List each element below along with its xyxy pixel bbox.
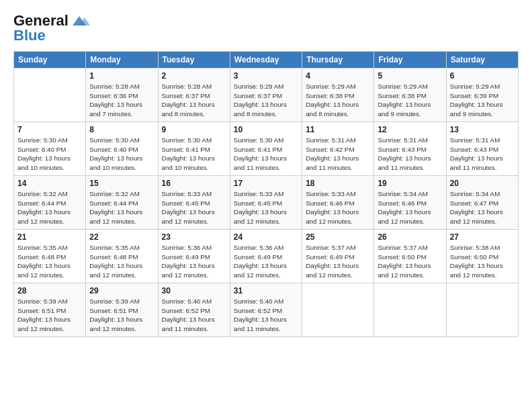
day-number: 16 — [162, 179, 226, 188]
day-cell — [14, 68, 86, 122]
day-cell: 29Sunrise: 5:39 AM Sunset: 6:51 PM Dayli… — [86, 283, 158, 337]
day-cell: 26Sunrise: 5:37 AM Sunset: 6:50 PM Dayli… — [374, 230, 446, 283]
day-cell: 20Sunrise: 5:34 AM Sunset: 6:47 PM Dayli… — [446, 176, 518, 230]
day-number: 29 — [89, 286, 154, 295]
day-cell: 22Sunrise: 5:35 AM Sunset: 6:48 PM Dayli… — [86, 230, 158, 283]
day-info: Sunrise: 5:30 AM Sunset: 6:40 PM Dayligh… — [89, 136, 154, 173]
day-cell: 17Sunrise: 5:33 AM Sunset: 6:45 PM Dayli… — [230, 176, 302, 230]
day-cell: 15Sunrise: 5:32 AM Sunset: 6:44 PM Dayli… — [86, 176, 158, 230]
day-number: 14 — [17, 179, 82, 188]
day-info: Sunrise: 5:37 AM Sunset: 6:50 PM Dayligh… — [378, 243, 442, 280]
day-info: Sunrise: 5:32 AM Sunset: 6:44 PM Dayligh… — [17, 189, 82, 226]
day-number: 15 — [89, 179, 154, 188]
day-number: 10 — [234, 125, 298, 134]
day-number: 12 — [378, 125, 442, 134]
header-sunday: Sunday — [14, 52, 86, 68]
day-cell: 21Sunrise: 5:35 AM Sunset: 6:48 PM Dayli… — [14, 230, 86, 283]
day-cell: 8Sunrise: 5:30 AM Sunset: 6:40 PM Daylig… — [86, 122, 158, 176]
day-cell: 5Sunrise: 5:29 AM Sunset: 6:38 PM Daylig… — [374, 68, 446, 122]
day-cell: 30Sunrise: 5:40 AM Sunset: 6:52 PM Dayli… — [158, 283, 230, 337]
day-number: 26 — [378, 232, 442, 242]
day-cell: 16Sunrise: 5:33 AM Sunset: 6:45 PM Dayli… — [158, 176, 230, 230]
day-number: 9 — [162, 125, 226, 134]
day-cell: 23Sunrise: 5:36 AM Sunset: 6:49 PM Dayli… — [158, 230, 230, 283]
calendar: SundayMondayTuesdayWednesdayThursdayFrid… — [13, 51, 519, 337]
day-number: 24 — [234, 232, 298, 242]
day-number: 18 — [306, 179, 370, 188]
day-cell — [446, 283, 518, 337]
week-row-2: 14Sunrise: 5:32 AM Sunset: 6:44 PM Dayli… — [14, 176, 519, 230]
day-number: 1 — [89, 71, 154, 81]
day-number: 21 — [17, 232, 82, 242]
day-info: Sunrise: 5:28 AM Sunset: 6:36 PM Dayligh… — [89, 82, 154, 119]
day-cell: 12Sunrise: 5:31 AM Sunset: 6:43 PM Dayli… — [374, 122, 446, 176]
day-number: 23 — [162, 232, 226, 242]
day-number: 30 — [162, 286, 226, 295]
day-info: Sunrise: 5:39 AM Sunset: 6:51 PM Dayligh… — [17, 297, 82, 334]
day-cell — [374, 283, 446, 337]
day-number: 31 — [234, 286, 298, 295]
day-info: Sunrise: 5:30 AM Sunset: 6:41 PM Dayligh… — [234, 136, 298, 173]
day-number: 25 — [306, 232, 370, 242]
day-cell: 27Sunrise: 5:38 AM Sunset: 6:50 PM Dayli… — [446, 230, 518, 283]
header-monday: Monday — [86, 52, 158, 68]
day-info: Sunrise: 5:29 AM Sunset: 6:38 PM Dayligh… — [378, 82, 442, 119]
day-info: Sunrise: 5:29 AM Sunset: 6:38 PM Dayligh… — [306, 82, 370, 119]
day-info: Sunrise: 5:34 AM Sunset: 6:46 PM Dayligh… — [378, 189, 442, 226]
week-row-3: 21Sunrise: 5:35 AM Sunset: 6:48 PM Dayli… — [14, 230, 519, 283]
week-row-1: 7Sunrise: 5:30 AM Sunset: 6:40 PM Daylig… — [14, 122, 519, 176]
day-cell: 31Sunrise: 5:40 AM Sunset: 6:52 PM Dayli… — [230, 283, 302, 337]
day-cell — [302, 283, 374, 337]
day-info: Sunrise: 5:36 AM Sunset: 6:49 PM Dayligh… — [234, 243, 298, 280]
day-cell: 1Sunrise: 5:28 AM Sunset: 6:36 PM Daylig… — [86, 68, 158, 122]
day-number: 20 — [450, 179, 515, 188]
day-cell: 19Sunrise: 5:34 AM Sunset: 6:46 PM Dayli… — [374, 176, 446, 230]
day-cell: 25Sunrise: 5:37 AM Sunset: 6:49 PM Dayli… — [302, 230, 374, 283]
day-info: Sunrise: 5:30 AM Sunset: 6:40 PM Dayligh… — [17, 136, 82, 173]
day-info: Sunrise: 5:34 AM Sunset: 6:47 PM Dayligh… — [450, 189, 515, 226]
day-info: Sunrise: 5:30 AM Sunset: 6:41 PM Dayligh… — [162, 136, 226, 173]
day-number: 13 — [450, 125, 515, 134]
day-info: Sunrise: 5:37 AM Sunset: 6:49 PM Dayligh… — [306, 243, 370, 280]
header: General Blue — [13, 12, 519, 44]
day-info: Sunrise: 5:29 AM Sunset: 6:39 PM Dayligh… — [450, 82, 515, 119]
logo-icon — [70, 13, 90, 28]
logo-blue: Blue — [13, 27, 46, 44]
day-number: 27 — [450, 232, 515, 242]
logo: General Blue — [13, 12, 90, 44]
day-info: Sunrise: 5:35 AM Sunset: 6:48 PM Dayligh… — [17, 243, 82, 280]
day-cell: 9Sunrise: 5:30 AM Sunset: 6:41 PM Daylig… — [158, 122, 230, 176]
day-info: Sunrise: 5:35 AM Sunset: 6:48 PM Dayligh… — [89, 243, 154, 280]
day-info: Sunrise: 5:33 AM Sunset: 6:46 PM Dayligh… — [306, 189, 370, 226]
day-info: Sunrise: 5:31 AM Sunset: 6:42 PM Dayligh… — [306, 136, 370, 173]
header-saturday: Saturday — [446, 52, 518, 68]
day-cell: 13Sunrise: 5:31 AM Sunset: 6:43 PM Dayli… — [446, 122, 518, 176]
day-cell: 24Sunrise: 5:36 AM Sunset: 6:49 PM Dayli… — [230, 230, 302, 283]
day-number: 8 — [89, 125, 154, 134]
day-info: Sunrise: 5:31 AM Sunset: 6:43 PM Dayligh… — [378, 136, 442, 173]
day-number: 6 — [450, 71, 515, 81]
day-cell: 6Sunrise: 5:29 AM Sunset: 6:39 PM Daylig… — [446, 68, 518, 122]
day-info: Sunrise: 5:32 AM Sunset: 6:44 PM Dayligh… — [89, 189, 154, 226]
day-cell: 14Sunrise: 5:32 AM Sunset: 6:44 PM Dayli… — [14, 176, 86, 230]
day-number: 4 — [306, 71, 370, 81]
day-number: 22 — [89, 232, 154, 242]
day-number: 17 — [234, 179, 298, 188]
page: General Blue SundayMondayTuesdayWednesda… — [0, 0, 532, 411]
day-info: Sunrise: 5:33 AM Sunset: 6:45 PM Dayligh… — [234, 189, 298, 226]
week-row-4: 28Sunrise: 5:39 AM Sunset: 6:51 PM Dayli… — [14, 283, 519, 337]
day-cell: 11Sunrise: 5:31 AM Sunset: 6:42 PM Dayli… — [302, 122, 374, 176]
day-number: 28 — [17, 286, 82, 295]
calendar-header-row: SundayMondayTuesdayWednesdayThursdayFrid… — [14, 52, 519, 68]
day-number: 2 — [162, 71, 226, 81]
day-info: Sunrise: 5:38 AM Sunset: 6:50 PM Dayligh… — [450, 243, 515, 280]
day-cell: 10Sunrise: 5:30 AM Sunset: 6:41 PM Dayli… — [230, 122, 302, 176]
day-info: Sunrise: 5:39 AM Sunset: 6:51 PM Dayligh… — [89, 297, 154, 334]
day-info: Sunrise: 5:28 AM Sunset: 6:37 PM Dayligh… — [162, 82, 226, 119]
day-info: Sunrise: 5:33 AM Sunset: 6:45 PM Dayligh… — [162, 189, 226, 226]
day-number: 5 — [378, 71, 442, 81]
day-info: Sunrise: 5:40 AM Sunset: 6:52 PM Dayligh… — [162, 297, 226, 334]
header-thursday: Thursday — [302, 52, 374, 68]
day-number: 19 — [378, 179, 442, 188]
day-cell: 2Sunrise: 5:28 AM Sunset: 6:37 PM Daylig… — [158, 68, 230, 122]
